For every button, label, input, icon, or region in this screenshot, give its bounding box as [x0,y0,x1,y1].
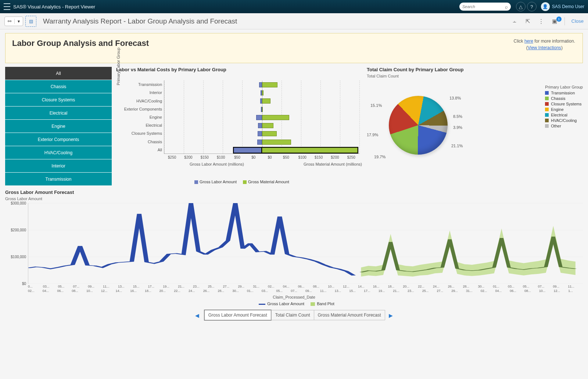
search-icon[interactable]: ⌕ [505,4,508,10]
forecast-ytick: $0 [6,282,26,286]
pie-legend-item: Other [545,124,583,128]
user-menu[interactable]: 👤 SAS Demo User [541,2,584,11]
pie-chart[interactable]: Primary Labor Group TransmissionChassisC… [367,81,583,177]
pie-legend-item: HVAC/Cooling [545,118,583,123]
pie-slice-label: 17.9% [367,133,378,137]
bar-material[interactable] [262,98,270,104]
bar-chart-title: Labor vs Material Costs by Primary Labor… [116,67,362,72]
share-split-button[interactable]: ⚯ ▾ [4,17,23,26]
pie-chart-title: Total Claim Count by Primary Labor Group [367,67,583,72]
notifications-icon[interactable]: △ [516,2,526,11]
menu-icon[interactable] [4,3,10,10]
bar-chart[interactable]: Primary Labor Group TransmissionInterior… [116,74,362,184]
forecast-ytick: $100,000 [6,255,26,259]
labor-group-item[interactable]: Closure Systems [5,93,112,107]
page-title: Labor Group Analysis and Forecast [12,39,576,48]
app-banner: SAS® Visual Analytics - Report Viewer ⌕ … [0,0,588,13]
more-icon[interactable]: ⋮ [537,18,546,25]
legend-swatch-labor [194,180,198,184]
pie-legend: Primary Labor Group TransmissionChassisC… [545,85,583,129]
info-here-link[interactable]: here [524,39,533,44]
labor-group-item[interactable]: All [5,67,112,80]
labor-group-item[interactable]: Transmission [5,173,112,186]
close-button[interactable]: Close [571,18,584,24]
forecast-xticks-row1: 0...03...05...07...09...11...13...15...1… [28,285,583,288]
pie-slice-label: 3.9% [453,125,462,130]
labor-group-item[interactable]: Exterior Components [5,133,112,146]
pie-slice-label: 15.1% [370,103,382,108]
info-panel: Click here for more information. (View I… [514,38,575,51]
bar-category-label: Chassis [116,140,162,144]
bar-chart-panel: Labor vs Material Costs by Primary Labor… [116,67,362,186]
pie-slice-label: 8.5% [453,114,462,119]
view-interactions-link[interactable]: View Interactions [528,45,561,50]
forecast-panel: Gross Labor Amount Forecast Gross Labor … [5,190,583,306]
bar-labor[interactable] [259,82,262,87]
search-input[interactable] [462,4,505,9]
legend-swatch-actual [259,304,265,305]
legend-swatch-material [243,180,247,184]
pie-legend-item: Engine [545,107,583,112]
chevron-down-icon[interactable]: ▾ [14,19,23,24]
report-title: Warranty Analysis Report - Labor Group A… [43,17,237,25]
pie-chart-panel: Total Claim Count by Primary Labor Group… [367,67,583,186]
labor-group-item[interactable]: Chassis [5,80,112,93]
bar-material[interactable] [262,90,263,95]
forecast-tab-pager: ◀ Gross Labor Amount ForecastTotal Claim… [5,310,583,321]
labor-group-item[interactable]: Engine [5,120,112,133]
bar-material[interactable] [262,148,358,153]
bar-labor[interactable] [257,140,262,145]
labor-group-item[interactable]: Electrical [5,107,112,120]
pie-slice-label: 19.7% [374,155,386,159]
labor-group-item[interactable]: Interior [5,159,112,173]
bar-material[interactable] [262,131,277,136]
forecast-tab[interactable]: Gross Labor Amount Forecast [204,310,272,321]
forecast-tab[interactable]: Total Claim Count [271,310,314,320]
bar-material[interactable] [262,115,289,120]
pie-legend-item: Closure Systems [545,102,583,106]
bar-material[interactable] [262,82,277,87]
bar-material[interactable] [262,123,274,128]
bar-labor[interactable] [258,123,262,128]
bar-xleft-label: Gross Labor Amount (millions) [190,162,244,166]
pie-legend-item: Transmission [545,91,583,95]
filter-icon[interactable]: ⫠ [510,18,520,24]
bar-category-label: Closure Systems [116,131,162,136]
bar-material[interactable] [262,140,291,145]
expand-icon[interactable]: ⇱ [523,18,533,25]
bar-category-label: Engine [116,115,162,119]
bar-labor[interactable] [258,131,262,136]
bar-category-label: Interior [116,90,162,95]
bar-category-label: Transmission [116,82,162,87]
report-options-icon[interactable]: ▣ 1 [550,18,559,25]
pager-next[interactable]: ▶ [385,313,397,318]
list-view-icon[interactable]: ▤ [25,16,36,27]
bar-legend: Gross Labor Amount Gross Material Amount [116,180,362,184]
bar-category-label: Electrical [116,123,162,127]
forecast-subtitle: Gross Labor Amount [5,196,583,201]
pager-prev[interactable]: ◀ [191,313,203,318]
labor-group-item[interactable]: HVAC/Cooling [5,146,112,159]
forecast-ytick: $200,000 [6,228,26,232]
bar-labor[interactable] [256,115,262,120]
forecast-title: Gross Labor Amount Forecast [5,190,583,195]
app-title: SAS® Visual Analytics - Report Viewer [13,4,95,10]
link-icon[interactable]: ⚯ [5,19,14,24]
help-icon[interactable]: ? [527,2,537,11]
forecast-chart[interactable]: $300,000$200,000$100,000$0 [28,203,583,284]
forecast-tab[interactable]: Gross Material Amount Forecast [314,310,385,320]
bar-xright-label: Gross Material Amount (millions) [304,162,362,166]
bar-category-label: HVAC/Cooling [116,99,162,103]
labor-group-list: AllChassisClosure SystemsElectricalEngin… [5,67,112,186]
global-search[interactable]: ⌕ [459,3,511,11]
forecast-xticks-row2: 02...04...06...08...10...12...14...16...… [28,289,583,293]
forecast-legend: Gross Labor Amount Band Plot [5,302,583,306]
bar-category-label: Exterior Components [116,107,162,111]
pie-legend-item: Chassis [545,96,583,101]
forecast-xaxis-label: Claim_Processed_Date [5,295,583,299]
notification-badge: 1 [556,17,562,22]
bar-labor[interactable] [234,148,262,153]
pie-chart-subtitle: Total Claim Count [367,74,583,78]
bar-material[interactable] [262,107,263,112]
pie-legend-item: Electrical [545,113,583,117]
